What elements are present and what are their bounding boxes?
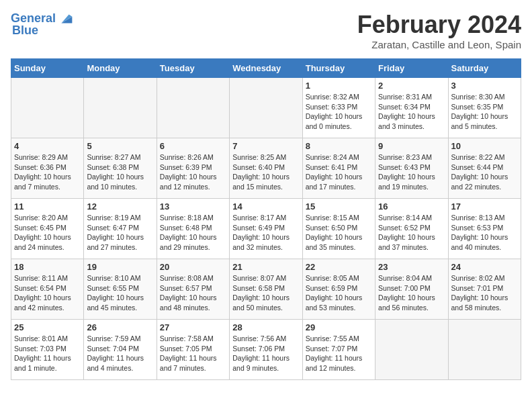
day-info: Sunrise: 8:05 AM Sunset: 6:59 PM Dayligh… [306, 273, 372, 313]
day-number: 13 [160, 201, 226, 212]
day-number: 12 [87, 201, 153, 212]
calendar-cell: 4Sunrise: 8:29 AM Sunset: 6:36 PM Daylig… [11, 138, 84, 199]
day-header-monday: Monday [84, 59, 157, 78]
day-number: 16 [378, 201, 445, 212]
calendar-table: SundayMondayTuesdayWednesdayThursdayFrid… [11, 58, 521, 380]
calendar-cell: 9Sunrise: 8:23 AM Sunset: 6:43 PM Daylig… [375, 138, 448, 199]
day-info: Sunrise: 7:55 AM Sunset: 7:07 PM Dayligh… [306, 334, 372, 373]
day-header-tuesday: Tuesday [157, 59, 229, 78]
day-info: Sunrise: 8:31 AM Sunset: 6:34 PM Dayligh… [378, 92, 445, 132]
month-title: February 2024 [357, 11, 521, 39]
day-info: Sunrise: 7:59 AM Sunset: 7:04 PM Dayligh… [87, 334, 153, 373]
day-number: 27 [160, 322, 226, 332]
day-info: Sunrise: 8:23 AM Sunset: 6:43 PM Dayligh… [378, 152, 445, 192]
calendar-cell: 14Sunrise: 8:17 AM Sunset: 6:49 PM Dayli… [230, 199, 302, 259]
calendar-week-2: 4Sunrise: 8:29 AM Sunset: 6:36 PM Daylig… [11, 138, 521, 199]
calendar-cell [230, 78, 302, 138]
day-number: 17 [451, 201, 518, 212]
day-info: Sunrise: 7:58 AM Sunset: 7:05 PM Dayligh… [160, 334, 226, 373]
day-header-thursday: Thursday [302, 59, 375, 78]
day-info: Sunrise: 8:26 AM Sunset: 6:39 PM Dayligh… [160, 152, 226, 192]
calendar-cell [448, 320, 521, 380]
day-number: 3 [451, 81, 518, 91]
day-number: 2 [378, 81, 445, 91]
day-number: 9 [378, 141, 445, 151]
day-number: 29 [306, 322, 372, 332]
day-number: 7 [232, 141, 299, 151]
logo-text2: Blue [12, 24, 38, 37]
day-number: 28 [232, 322, 299, 332]
calendar-cell: 17Sunrise: 8:13 AM Sunset: 6:53 PM Dayli… [448, 199, 521, 259]
calendar-cell [375, 320, 448, 380]
calendar-week-1: 1Sunrise: 8:32 AM Sunset: 6:33 PM Daylig… [11, 78, 521, 138]
day-header-sunday: Sunday [11, 59, 84, 78]
day-number: 15 [306, 201, 372, 212]
day-number: 20 [160, 262, 226, 272]
day-info: Sunrise: 8:20 AM Sunset: 6:45 PM Dayligh… [14, 213, 81, 253]
day-header-saturday: Saturday [448, 59, 521, 78]
day-info: Sunrise: 8:24 AM Sunset: 6:41 PM Dayligh… [306, 152, 372, 192]
page-header: General Blue February 2024 Zaratan, Cast… [11, 11, 521, 50]
calendar-cell [11, 78, 84, 138]
day-info: Sunrise: 8:29 AM Sunset: 6:36 PM Dayligh… [14, 152, 81, 192]
calendar-cell: 7Sunrise: 8:25 AM Sunset: 6:40 PM Daylig… [230, 138, 302, 199]
calendar-cell: 21Sunrise: 8:07 AM Sunset: 6:58 PM Dayli… [230, 259, 302, 320]
day-info: Sunrise: 8:15 AM Sunset: 6:50 PM Dayligh… [306, 213, 372, 253]
location: Zaratan, Castille and Leon, Spain [357, 39, 521, 50]
calendar-week-4: 18Sunrise: 8:11 AM Sunset: 6:54 PM Dayli… [11, 259, 521, 320]
logo: General Blue [11, 11, 73, 38]
calendar-cell [84, 78, 157, 138]
day-info: Sunrise: 8:25 AM Sunset: 6:40 PM Dayligh… [232, 152, 299, 192]
calendar-cell: 16Sunrise: 8:14 AM Sunset: 6:52 PM Dayli… [375, 199, 448, 259]
day-info: Sunrise: 8:11 AM Sunset: 6:54 PM Dayligh… [14, 273, 81, 313]
day-number: 23 [378, 262, 445, 272]
calendar-cell: 3Sunrise: 8:30 AM Sunset: 6:35 PM Daylig… [448, 78, 521, 138]
day-info: Sunrise: 8:13 AM Sunset: 6:53 PM Dayligh… [451, 213, 518, 253]
day-number: 19 [87, 262, 153, 272]
day-number: 14 [232, 201, 299, 212]
calendar-cell: 15Sunrise: 8:15 AM Sunset: 6:50 PM Dayli… [302, 199, 375, 259]
calendar-cell: 29Sunrise: 7:55 AM Sunset: 7:07 PM Dayli… [302, 320, 375, 380]
logo-icon [57, 11, 73, 27]
calendar-cell: 6Sunrise: 8:26 AM Sunset: 6:39 PM Daylig… [157, 138, 229, 199]
calendar-cell: 10Sunrise: 8:22 AM Sunset: 6:44 PM Dayli… [448, 138, 521, 199]
title-block: February 2024 Zaratan, Castille and Leon… [357, 11, 521, 50]
day-info: Sunrise: 8:17 AM Sunset: 6:49 PM Dayligh… [232, 213, 299, 253]
day-info: Sunrise: 8:32 AM Sunset: 6:33 PM Dayligh… [306, 92, 372, 132]
calendar-cell [157, 78, 229, 138]
day-header-friday: Friday [375, 59, 448, 78]
day-number: 11 [14, 201, 81, 212]
calendar-cell: 23Sunrise: 8:04 AM Sunset: 7:00 PM Dayli… [375, 259, 448, 320]
calendar-cell: 18Sunrise: 8:11 AM Sunset: 6:54 PM Dayli… [11, 259, 84, 320]
day-number: 5 [87, 141, 153, 151]
day-info: Sunrise: 8:08 AM Sunset: 6:57 PM Dayligh… [160, 273, 226, 313]
calendar-cell: 25Sunrise: 8:01 AM Sunset: 7:03 PM Dayli… [11, 320, 84, 380]
day-number: 25 [14, 322, 81, 332]
day-number: 26 [87, 322, 153, 332]
calendar-cell: 1Sunrise: 8:32 AM Sunset: 6:33 PM Daylig… [302, 78, 375, 138]
day-info: Sunrise: 8:02 AM Sunset: 7:01 PM Dayligh… [451, 273, 518, 313]
calendar-cell: 22Sunrise: 8:05 AM Sunset: 6:59 PM Dayli… [302, 259, 375, 320]
day-info: Sunrise: 8:27 AM Sunset: 6:38 PM Dayligh… [87, 152, 153, 192]
calendar-cell: 5Sunrise: 8:27 AM Sunset: 6:38 PM Daylig… [84, 138, 157, 199]
day-number: 8 [306, 141, 372, 151]
calendar-cell: 8Sunrise: 8:24 AM Sunset: 6:41 PM Daylig… [302, 138, 375, 199]
day-number: 10 [451, 141, 518, 151]
day-info: Sunrise: 8:04 AM Sunset: 7:00 PM Dayligh… [378, 273, 445, 313]
calendar-cell: 2Sunrise: 8:31 AM Sunset: 6:34 PM Daylig… [375, 78, 448, 138]
calendar-header-row: SundayMondayTuesdayWednesdayThursdayFrid… [11, 59, 521, 78]
day-number: 21 [232, 262, 299, 272]
calendar-cell: 26Sunrise: 7:59 AM Sunset: 7:04 PM Dayli… [84, 320, 157, 380]
day-info: Sunrise: 7:56 AM Sunset: 7:06 PM Dayligh… [232, 334, 299, 373]
day-info: Sunrise: 8:30 AM Sunset: 6:35 PM Dayligh… [451, 92, 518, 132]
day-number: 24 [451, 262, 518, 272]
day-info: Sunrise: 8:18 AM Sunset: 6:48 PM Dayligh… [160, 213, 226, 253]
calendar-cell: 20Sunrise: 8:08 AM Sunset: 6:57 PM Dayli… [157, 259, 229, 320]
calendar-cell: 19Sunrise: 8:10 AM Sunset: 6:55 PM Dayli… [84, 259, 157, 320]
day-number: 1 [306, 81, 372, 91]
calendar-cell: 11Sunrise: 8:20 AM Sunset: 6:45 PM Dayli… [11, 199, 84, 259]
day-number: 4 [14, 141, 81, 151]
calendar-cell: 13Sunrise: 8:18 AM Sunset: 6:48 PM Dayli… [157, 199, 229, 259]
day-number: 18 [14, 262, 81, 272]
day-info: Sunrise: 8:14 AM Sunset: 6:52 PM Dayligh… [378, 213, 445, 253]
